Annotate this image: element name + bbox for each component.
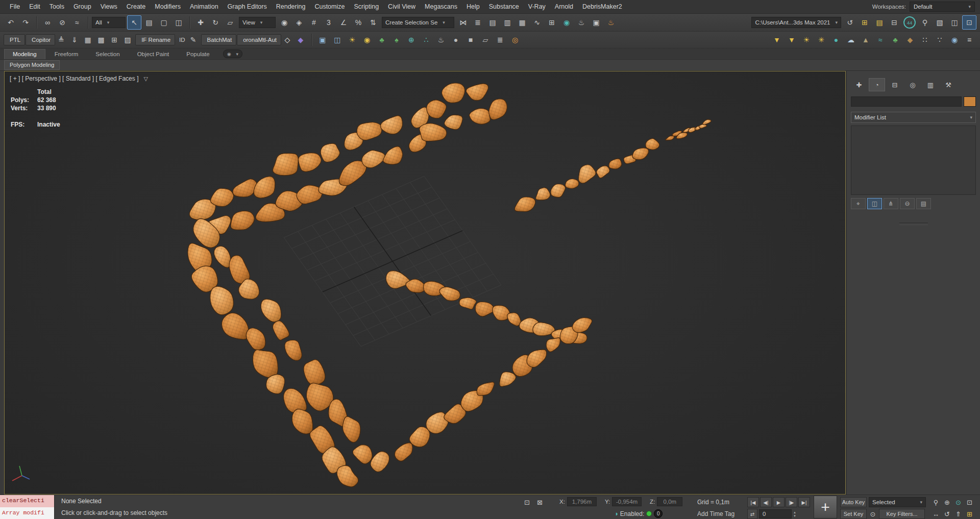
go-to-end-button[interactable]: ▶| [798, 497, 810, 507]
frame-spinner[interactable]: ▲▼ [793, 511, 796, 517]
menu-item[interactable]: DebrisMaker2 [578, 3, 627, 10]
display-tab[interactable]: ▥ [922, 78, 939, 91]
material-slots-icon[interactable]: ▨ [122, 34, 135, 46]
use-pivot-center-icon[interactable]: ◉ [277, 15, 291, 30]
sphere-light-icon[interactable]: ◉ [360, 33, 374, 47]
menu-item[interactable]: Arnold [550, 3, 578, 10]
project-path-select[interactable]: C:\Users\Ant...3ds Max 2021▾ [751, 17, 841, 28]
polygon-modeling-tab[interactable]: Polygon Modeling [4, 60, 60, 70]
target-camera-icon[interactable]: ◫ [330, 33, 345, 47]
viewport-canvas[interactable] [5, 71, 845, 494]
mirror-icon[interactable]: ⋈ [456, 15, 470, 30]
tab-modeling[interactable]: Modeling [4, 49, 45, 59]
key-mode-icon[interactable]: ⊙ [869, 509, 877, 519]
menu-item[interactable]: Scripting [349, 3, 383, 10]
tab-object-paint[interactable]: Object Paint [129, 50, 178, 59]
unlink-selection-icon[interactable]: ⊘ [55, 15, 69, 30]
modifier-list-dropdown[interactable]: Modifier List ▾ [851, 112, 976, 123]
go-to-start-button[interactable]: |◀ [747, 497, 759, 507]
pan-icon[interactable]: ↔ [930, 509, 941, 519]
remove-modifier-button[interactable]: ⊖ [900, 198, 915, 209]
tree-icon[interactable]: ♣ [375, 33, 389, 47]
enabled-status-dot[interactable] [646, 511, 652, 516]
next-frame-button[interactable]: |▶ [786, 497, 797, 507]
show-end-result-button[interactable]: ◫ [867, 198, 882, 209]
layout-grid-icon[interactable]: ⊞ [857, 15, 872, 30]
maximize-viewport-icon[interactable]: ⊞ [964, 509, 975, 519]
configure-modifier-sets-button[interactable]: ▤ [916, 198, 931, 209]
zoom-all-icon[interactable]: ⊕ [942, 497, 952, 507]
modify-tab[interactable]: ◔ [869, 78, 885, 91]
key-filters-button[interactable]: Key Filters... [879, 509, 925, 519]
frame-count-badge[interactable]: 44 [903, 16, 916, 29]
cloud-icon[interactable]: ☁ [844, 33, 858, 47]
menu-item[interactable]: Customize [310, 3, 349, 10]
modifier-stack[interactable] [851, 126, 976, 195]
set-key-button[interactable]: Set Key [840, 509, 867, 519]
sun-light-icon[interactable]: ☀ [345, 33, 359, 47]
coronamtl-auto-button[interactable]: oronaMtl-Aut [237, 34, 281, 45]
menu-item[interactable]: Views [96, 3, 122, 10]
spinner-snap-icon[interactable]: ⇅ [366, 15, 380, 30]
ocean-icon[interactable]: ≈ [873, 33, 888, 47]
workspace-select[interactable]: Default ▾ [910, 2, 975, 12]
id-label[interactable]: ID [176, 37, 187, 43]
menu-item[interactable]: Rendering [272, 3, 310, 10]
foliage-icon[interactable]: ♣ [888, 33, 902, 47]
ribbon-minimize-button[interactable]: ◉ ▾ [223, 50, 242, 58]
menu-item[interactable]: Animation [185, 3, 223, 10]
make-unique-button[interactable]: ⋔ [884, 198, 898, 209]
current-frame-field[interactable]: 0 [759, 509, 792, 518]
pulze-icon[interactable]: ◆ [295, 34, 308, 46]
render-spheres-icon[interactable]: ◉ [947, 33, 962, 47]
rock-tool-icon[interactable]: ◆ [903, 33, 917, 47]
ribbon-toggle-icon[interactable]: ▦ [515, 15, 529, 30]
select-object-icon[interactable]: ↖ [127, 15, 141, 30]
box-primitive-icon[interactable]: ■ [463, 33, 478, 47]
scatter-icon[interactable]: ∴ [419, 33, 433, 47]
create-tab[interactable]: ✚ [851, 78, 867, 91]
menu-item[interactable]: Megascans [420, 3, 462, 10]
select-and-rotate-icon[interactable]: ↻ [208, 15, 223, 30]
copitor-button[interactable]: Copitor [26, 34, 55, 45]
menu-item[interactable]: Civil View [383, 3, 420, 10]
menu-item[interactable]: Help [462, 3, 484, 10]
snaps-toggle-icon[interactable]: 3 [322, 15, 336, 30]
terrain-icon[interactable]: ▲ [859, 33, 873, 47]
named-selection-set-select[interactable]: Create Selection Se▾ [382, 17, 454, 28]
menu-item[interactable]: Substance [484, 3, 524, 10]
filter-funnel-2-icon[interactable]: ▼ [785, 33, 799, 47]
viewport-label-text[interactable]: [ + ] [ Perspective ] [ Standard ] [ Edg… [10, 75, 138, 82]
undo-icon[interactable]: ↶ [4, 15, 18, 30]
scene-explorer-icon[interactable]: ▥ [500, 15, 514, 30]
rename-pen-icon[interactable]: ✎ [188, 34, 201, 46]
previous-frame-button[interactable]: ◀| [760, 497, 772, 507]
uv-checker-icon[interactable]: ▦ [82, 34, 95, 46]
z-coordinate-field[interactable]: 0,0m [657, 497, 682, 506]
selection-region-icon[interactable]: ▢ [157, 15, 171, 30]
percent-snap-icon[interactable]: % [351, 15, 365, 30]
enabled-count-badge[interactable]: 0 [654, 509, 663, 518]
viewport[interactable]: [ + ] [ Perspective ] [ Standard ] [ Edg… [4, 71, 846, 495]
menu-item[interactable]: Create [122, 3, 151, 10]
menu-item[interactable]: Tools [45, 3, 69, 10]
align-icon[interactable]: ≣ [471, 15, 485, 30]
object-color-swatch[interactable] [964, 96, 976, 107]
ui-settings-icon[interactable]: ⊡ [962, 15, 976, 30]
render-setup-icon[interactable]: ♨ [574, 15, 589, 30]
menu-item[interactable]: Group [69, 3, 96, 10]
particles-icon[interactable]: ∷ [918, 33, 932, 47]
light-lister-icon[interactable]: ≣ [493, 33, 507, 47]
redo-icon[interactable]: ↷ [18, 15, 33, 30]
corona-icon[interactable]: ◇ [282, 34, 295, 46]
physical-camera-icon[interactable]: ▣ [315, 33, 330, 47]
proxy-icon[interactable]: ⊕ [404, 33, 419, 47]
batchmat-button[interactable]: BatchMat [201, 34, 237, 45]
object-name-input[interactable] [851, 96, 962, 107]
zoom-region-icon[interactable]: ⊡ [964, 497, 975, 507]
select-and-manipulate-icon[interactable]: ◈ [292, 15, 306, 30]
ptl-button[interactable]: PTL [4, 34, 25, 45]
material-editor-icon[interactable]: ◉ [559, 15, 574, 30]
if-rename-button[interactable]: IF Rename [135, 34, 175, 45]
menu-item[interactable]: Graph Editors [223, 3, 272, 10]
